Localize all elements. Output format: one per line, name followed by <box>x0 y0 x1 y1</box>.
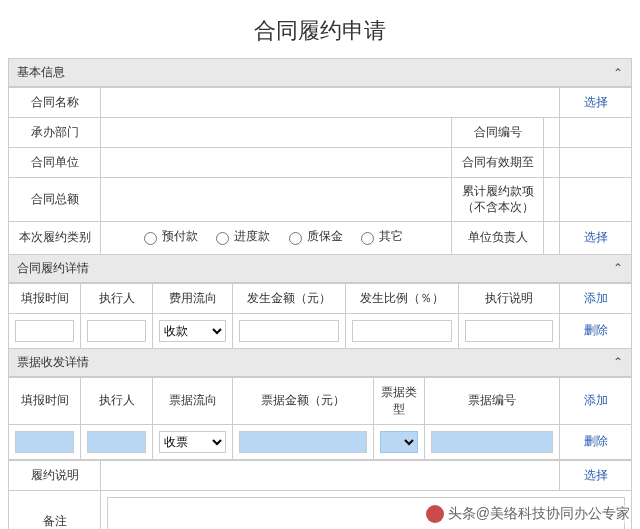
chevron-up-icon: ⌃ <box>613 261 623 275</box>
invoice-flow-select[interactable]: 收票 <box>159 431 226 453</box>
select-contract-link[interactable]: 选择 <box>584 95 608 109</box>
invoice-h-exec: 执行人 <box>81 377 153 424</box>
section-perform-header[interactable]: 合同履约详情 ⌃ <box>8 255 632 283</box>
perform-time-input[interactable] <box>15 320 74 342</box>
invoice-h-amount: 票据金额（元） <box>233 377 374 424</box>
label-category: 本次履约类别 <box>9 222 101 255</box>
page-title: 合同履约申请 <box>8 16 632 46</box>
label-perform-note: 履约说明 <box>9 460 101 490</box>
watermark-text: 头条@美络科技协同办公专家 <box>448 505 630 523</box>
label-contract-no: 合同编号 <box>452 118 544 148</box>
invoice-h-flow: 票据流向 <box>153 377 233 424</box>
label-dept: 承办部门 <box>9 118 101 148</box>
chevron-up-icon: ⌃ <box>613 355 623 369</box>
select-note-link[interactable]: 选择 <box>584 468 608 482</box>
label-unit-owner: 单位负责人 <box>452 222 544 255</box>
perform-h-time: 填报时间 <box>9 283 81 313</box>
section-basic-header[interactable]: 基本信息 ⌃ <box>8 58 632 87</box>
label-remark: 备注 <box>9 490 101 529</box>
blank-cell <box>560 148 632 178</box>
radio-other[interactable]: 其它 <box>356 228 403 245</box>
value-perform-note <box>101 460 560 490</box>
invoice-del-link[interactable]: 删除 <box>584 434 608 448</box>
blank-cell <box>560 178 632 222</box>
perform-note-input[interactable] <box>465 320 553 342</box>
select-owner-link[interactable]: 选择 <box>584 230 608 244</box>
watermark: 头条@美络科技协同办公专家 <box>426 505 630 523</box>
value-valid-until <box>544 148 560 178</box>
perform-h-amount: 发生金额（元） <box>233 283 346 313</box>
perform-row: 收款 删除 <box>9 313 632 348</box>
value-unit-owner <box>544 222 560 255</box>
value-contract-name <box>101 88 560 118</box>
section-perform-title: 合同履约详情 <box>17 260 89 277</box>
invoice-row: 收票 删除 <box>9 424 632 459</box>
perform-amount-input[interactable] <box>239 320 339 342</box>
value-unit <box>101 148 452 178</box>
radio-quality[interactable]: 质保金 <box>284 228 343 245</box>
invoice-type-select[interactable] <box>380 431 419 453</box>
label-total: 合同总额 <box>9 178 101 222</box>
value-dept <box>101 118 452 148</box>
perform-h-note: 执行说明 <box>458 283 559 313</box>
perform-h-ratio: 发生比例（％） <box>345 283 458 313</box>
invoice-h-type: 票据类型 <box>373 377 425 424</box>
radio-prepay[interactable]: 预付款 <box>139 228 198 245</box>
value-contract-no <box>544 118 560 148</box>
section-invoice-title: 票据收发详情 <box>17 354 89 371</box>
section-invoice-header[interactable]: 票据收发详情 ⌃ <box>8 349 632 377</box>
invoice-amount-input[interactable] <box>239 431 367 453</box>
value-accum <box>544 178 560 222</box>
avatar-icon <box>426 505 444 523</box>
value-total <box>101 178 452 222</box>
radio-progress[interactable]: 进度款 <box>211 228 270 245</box>
perform-h-exec: 执行人 <box>81 283 153 313</box>
perform-del-link[interactable]: 删除 <box>584 323 608 337</box>
invoice-h-no: 票据编号 <box>425 377 560 424</box>
invoice-exec-input[interactable] <box>87 431 146 453</box>
category-radios: 预付款 进度款 质保金 其它 <box>101 222 452 255</box>
perform-table: 填报时间 执行人 费用流向 发生金额（元） 发生比例（％） 执行说明 添加 收款… <box>8 283 632 349</box>
invoice-time-input[interactable] <box>15 431 74 453</box>
section-basic-title: 基本信息 <box>17 64 65 81</box>
chevron-up-icon: ⌃ <box>613 66 623 80</box>
label-valid-until: 合同有效期至 <box>452 148 544 178</box>
blank-cell <box>560 118 632 148</box>
perform-add-link[interactable]: 添加 <box>584 291 608 305</box>
label-accum: 累计履约款项（不含本次） <box>452 178 544 222</box>
perform-flow-select[interactable]: 收款 <box>159 320 226 342</box>
basic-table: 合同名称 选择 承办部门 合同编号 合同单位 合同有效期至 合同总额 累计履约款… <box>8 87 632 255</box>
perform-ratio-input[interactable] <box>352 320 452 342</box>
invoice-h-time: 填报时间 <box>9 377 81 424</box>
invoice-add-link[interactable]: 添加 <box>584 393 608 407</box>
perform-h-flow: 费用流向 <box>153 283 233 313</box>
label-unit: 合同单位 <box>9 148 101 178</box>
label-contract-name: 合同名称 <box>9 88 101 118</box>
perform-exec-input[interactable] <box>87 320 146 342</box>
invoice-table: 填报时间 执行人 票据流向 票据金额（元） 票据类型 票据编号 添加 收票 删除 <box>8 377 632 460</box>
invoice-no-input[interactable] <box>431 431 553 453</box>
